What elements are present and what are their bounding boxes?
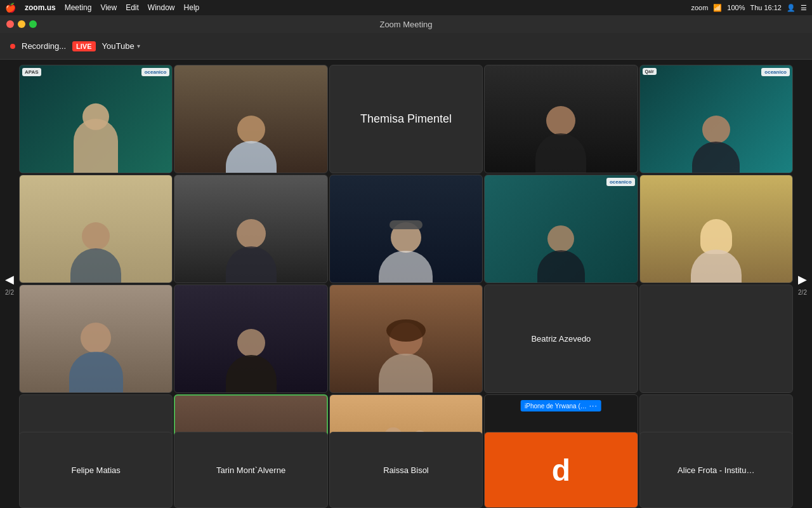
participant-name-alice: Alice Frota - Institu… bbox=[672, 465, 759, 475]
menu-meeting[interactable]: Meeting bbox=[65, 3, 92, 12]
chevron-down-icon: ▾ bbox=[137, 43, 140, 50]
more-options-icon[interactable]: ··· bbox=[589, 401, 598, 410]
avatar-letter-d: d bbox=[552, 453, 570, 488]
ask-to-unmute-badge[interactable]: iPhone de Yrwana (… ··· bbox=[521, 400, 601, 411]
participant-name-felipe: Felipe Matias bbox=[67, 465, 126, 475]
ask-unmute-label: iPhone de Yrwana (… bbox=[525, 403, 587, 410]
participant-cell-empty-r3c5 bbox=[639, 284, 793, 393]
recording-dot-icon bbox=[10, 44, 15, 49]
window-title: Zoom Meeting bbox=[379, 20, 432, 29]
prev-page-button[interactable]: ◀ 2/2 bbox=[0, 60, 19, 508]
participant-cell-4 bbox=[484, 65, 638, 173]
menu-view[interactable]: View bbox=[100, 3, 117, 12]
cell-5-qair-logo: Qair bbox=[643, 68, 657, 75]
menu-edit[interactable]: Edit bbox=[126, 3, 139, 12]
participant-cell-8 bbox=[329, 175, 483, 283]
participant-cell-felipe: Felipe Matias bbox=[19, 432, 173, 508]
participant-cell-1: oceanico APAS bbox=[19, 65, 173, 173]
participant-cell-2 bbox=[174, 65, 327, 173]
battery-icon: 100% bbox=[727, 4, 745, 11]
participant-cell-beatriz: Beatriz Azevedo bbox=[484, 284, 638, 393]
participant-name-beatriz: Beatriz Azevedo bbox=[526, 334, 596, 344]
menu-window[interactable]: Window bbox=[148, 3, 175, 12]
zoom-icon: zoom bbox=[691, 4, 708, 11]
participant-cell-d-avatar: d bbox=[484, 432, 638, 508]
page-indicator-left: 2/2 bbox=[5, 289, 14, 296]
recording-label: Recording... bbox=[22, 41, 66, 51]
participant-cell-7 bbox=[174, 175, 327, 283]
participant-cell-11 bbox=[19, 284, 173, 393]
cell-logo-left: APAS bbox=[22, 68, 41, 76]
user-icon: 👤 bbox=[787, 4, 796, 12]
youtube-button[interactable]: YouTube ▾ bbox=[102, 41, 140, 51]
participant-cell-9: oceanico bbox=[484, 175, 638, 283]
participant-name-tarin: Tarin Mont`Alverne bbox=[211, 465, 291, 475]
youtube-label: YouTube bbox=[102, 41, 134, 51]
participant-name-themisa: Themisa Pimentel bbox=[360, 112, 452, 126]
close-button[interactable] bbox=[6, 20, 14, 28]
wifi-icon: 📶 bbox=[713, 4, 722, 12]
recording-bar: Recording... LIVE YouTube ▾ bbox=[0, 33, 812, 60]
cell-9-logo: oceanico bbox=[606, 178, 635, 186]
participant-name-raissa: Raissa Bisol bbox=[378, 465, 434, 475]
page-indicator-right: 2/2 bbox=[798, 289, 807, 296]
maximize-button[interactable] bbox=[29, 20, 37, 28]
cell-logo-right: oceanico bbox=[141, 68, 170, 76]
next-page-button[interactable]: ▶ 2/2 bbox=[793, 60, 812, 508]
app-name[interactable]: zoom.us bbox=[25, 3, 56, 12]
participant-cell-tarin: Tarin Mont`Alverne bbox=[174, 432, 327, 508]
participant-cell-alice: Alice Frota - Institu… bbox=[639, 432, 793, 508]
menu-list-icon: ☰ bbox=[801, 4, 807, 12]
participant-cell-raissa: Raissa Bisol bbox=[329, 432, 483, 508]
participant-cell-12 bbox=[174, 284, 327, 393]
menu-help[interactable]: Help bbox=[184, 3, 200, 12]
titlebar: Zoom Meeting bbox=[0, 15, 812, 33]
participant-cell-10 bbox=[639, 175, 793, 283]
minimize-button[interactable] bbox=[18, 20, 25, 28]
menubar-right: zoom 📶 100% Thu 16:12 👤 ☰ bbox=[691, 4, 807, 12]
participant-cell-6 bbox=[19, 175, 173, 283]
left-arrow-icon: ◀ bbox=[5, 272, 14, 286]
participant-cell-13 bbox=[329, 284, 483, 393]
window-controls bbox=[6, 20, 37, 28]
clock: Thu 16:12 bbox=[750, 4, 782, 11]
apple-logo-icon[interactable]: 🍎 bbox=[5, 3, 16, 13]
live-badge: LIVE bbox=[72, 41, 95, 51]
menubar: 🍎 zoom.us Meeting View Edit Window Help … bbox=[0, 0, 812, 15]
participant-cell-5: oceanico Qair bbox=[639, 65, 793, 173]
right-arrow-icon: ▶ bbox=[798, 272, 807, 286]
participant-cell-themisa: Themisa Pimentel bbox=[329, 65, 483, 173]
cell-5-logo: oceanico bbox=[761, 68, 790, 76]
menubar-left: 🍎 zoom.us Meeting View Edit Window Help bbox=[5, 3, 199, 13]
